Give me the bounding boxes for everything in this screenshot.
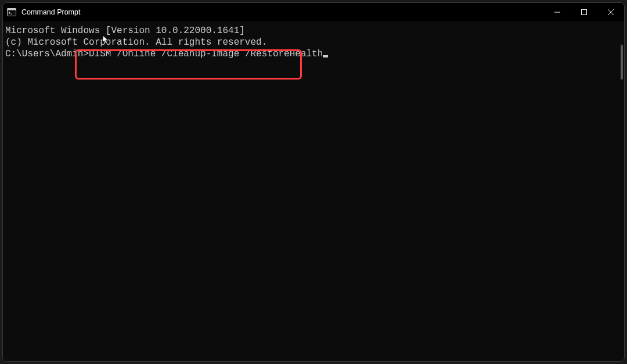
svg-rect-1 [8,9,16,10]
svg-rect-4 [582,10,587,15]
window-controls [544,3,624,21]
text-cursor [323,55,328,57]
prompt-row: C:\Users\Admin>DISM /Online /Cleanup-Ima… [5,48,623,60]
close-button[interactable] [597,3,624,21]
cmd-icon [6,7,17,17]
maximize-button[interactable] [571,3,597,21]
minimize-button[interactable] [544,3,571,21]
prompt-text: C:\Users\Admin> [5,49,89,59]
version-line: Microsoft Windows [Version 10.0.22000.16… [5,25,623,37]
minimize-icon [554,9,560,15]
command-prompt-window: Command Prompt Microsoft Windows [Versi [2,2,625,362]
close-icon [608,9,614,15]
terminal-area[interactable]: Microsoft Windows [Version 10.0.22000.16… [3,21,624,361]
scrollbar-thumb[interactable] [621,45,623,80]
window-title: Command Prompt [21,8,544,16]
copyright-line: (c) Microsoft Corporation. All rights re… [5,37,623,48]
titlebar[interactable]: Command Prompt [3,3,624,21]
command-text: DISM /Online /Cleanup-Image /RestoreHeal… [89,49,323,59]
maximize-icon [581,9,587,15]
